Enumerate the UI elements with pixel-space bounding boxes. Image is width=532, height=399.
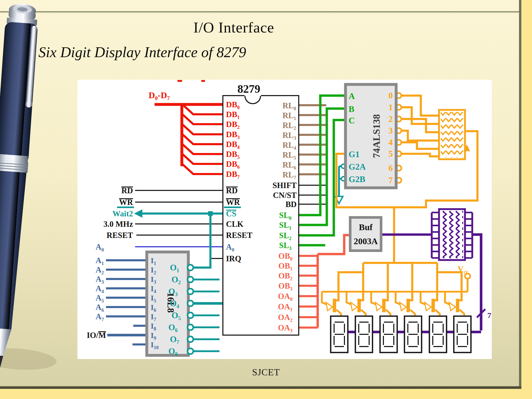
- resistor-pack-orange-zigzag: [441, 112, 463, 157]
- wires-return-lines: [299, 105, 326, 174]
- o5-bubble-icon: [188, 312, 193, 318]
- bus-width-7: 7: [487, 311, 491, 320]
- dec-out7: 7: [389, 176, 393, 185]
- db7-wire: [182, 164, 223, 174]
- dec-c: C: [349, 116, 355, 125]
- decoder-title: 74ALS138: [371, 114, 382, 158]
- sig-a0: A0: [96, 242, 104, 252]
- pin-cnst: CN/ST: [273, 191, 297, 200]
- bus-label-d0-d7: D0-D7: [149, 90, 170, 101]
- seven-segment-display-2: [355, 316, 373, 353]
- sig-a3: A3: [96, 275, 104, 285]
- seven-segment-display-5: [429, 316, 447, 353]
- segment-bus-vertical: [472, 235, 481, 330]
- dec-g2a: G2A: [349, 162, 366, 171]
- wait2-arrow-icon: [134, 209, 142, 218]
- seven-segment-display-4: [404, 316, 422, 353]
- pin-irq: IRQ: [226, 254, 241, 263]
- pin-reset: RESET: [226, 231, 252, 240]
- slide: I/O Interface Six Digit Display Interfac…: [0, 0, 532, 399]
- dec-out0: 0: [389, 91, 393, 100]
- o6-bubble-icon: [188, 324, 193, 330]
- dec-out4: 4: [389, 138, 393, 147]
- pin-clk: CLK: [226, 220, 243, 229]
- pin-shift: SHIFT: [272, 181, 297, 190]
- o7-bubble-icon: [188, 336, 193, 342]
- sig-reset: RESET: [107, 231, 133, 240]
- dec-out5: 5: [389, 149, 393, 158]
- seven-segment-displays: [331, 316, 471, 353]
- sig-wait2: Wait2: [112, 209, 133, 218]
- pen-photo: [0, 3, 81, 379]
- dec-b: B: [349, 104, 354, 114]
- resistor-pack-purple-zigzag: [441, 211, 463, 258]
- sig-a5: A5: [96, 293, 104, 303]
- sig-a6: A6: [96, 303, 104, 313]
- pen-shadow: [0, 346, 57, 372]
- dec-g1: G1: [349, 150, 360, 159]
- base-drop-3: [385, 263, 388, 300]
- vcc-label: Vcc: [458, 264, 468, 275]
- sig-a2: A2: [96, 265, 104, 275]
- out0-wire: [401, 96, 439, 116]
- base-drop-1: [336, 263, 363, 300]
- buf-title-1: Buf: [359, 222, 373, 232]
- wires-output-bus: [299, 235, 350, 328]
- base-drop-5: [435, 263, 437, 300]
- cropped-red-fragment: [201, 80, 205, 82]
- buf-title-2: 2003A: [354, 236, 378, 246]
- seven-segment-display-1: [331, 316, 348, 353]
- dec-a: A: [349, 91, 355, 101]
- pen-barrel: [0, 170, 26, 330]
- seven-segment-display-3: [380, 316, 397, 353]
- o1-to-cs-wire: [193, 214, 210, 268]
- db3-wire: [182, 124, 223, 134]
- sig-a4: A4: [96, 284, 104, 294]
- wires-address: [106, 260, 147, 344]
- dec-out2: 2: [389, 114, 393, 124]
- pin-bd: BD: [285, 200, 297, 209]
- out5-wire: [401, 154, 439, 156]
- seven-segment-display-6: [454, 316, 471, 353]
- o1-bubble-icon: [188, 265, 193, 270]
- sig-a7: A7: [96, 312, 104, 322]
- chip-8279-title: 8279: [237, 83, 260, 95]
- base-drop-2: [361, 263, 363, 300]
- dec-out3: 3: [389, 126, 393, 135]
- cropped-red-fragment: [177, 80, 182, 82]
- base-drop-4: [410, 263, 412, 300]
- resistor-pack-orange: [439, 110, 470, 159]
- digit-driver-transistors: [322, 292, 464, 316]
- sig-clock: 3.0 MHz: [103, 220, 133, 229]
- ob-oa-stubs: [299, 256, 318, 328]
- o3-bubble-icon: [188, 289, 193, 294]
- sig-a1: A1: [96, 256, 104, 266]
- dec-g2b: G2B: [349, 175, 365, 184]
- resistor-pack-purple: [439, 209, 465, 260]
- out4-wire: [401, 142, 439, 149]
- o4-bubble-icon: [188, 301, 193, 306]
- circuit-diagram: 8279D0-D7DB0DB1DB2DB3DB4DB5DB6DB7RDWRCSC…: [0, 0, 532, 399]
- o8-bubble-icon: [188, 348, 193, 354]
- o2-bubble-icon: [188, 277, 193, 282]
- base-drop-6: [437, 272, 462, 300]
- dec-out6: 6: [389, 163, 393, 173]
- dec-out1: 1: [389, 103, 393, 112]
